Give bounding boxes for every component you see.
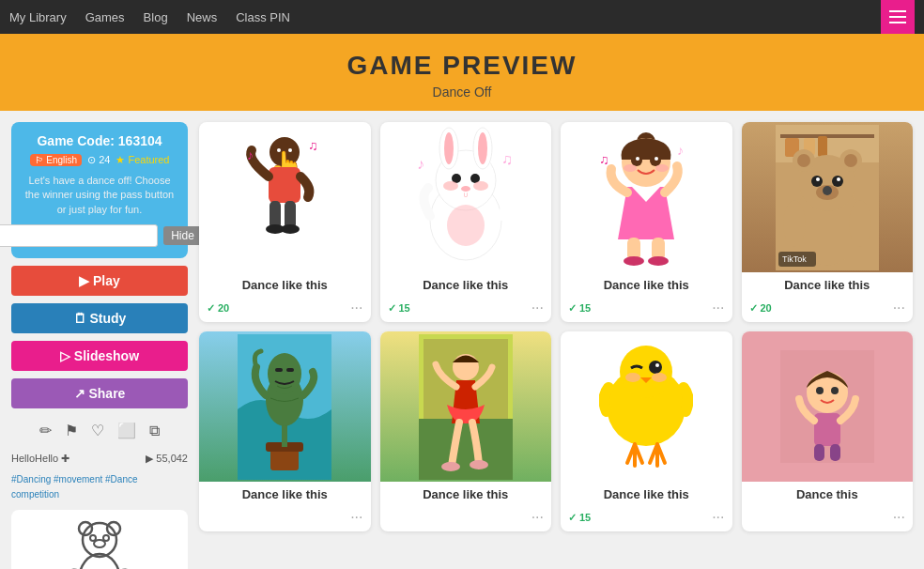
- author-name: HelloHello ✚: [11, 453, 69, 465]
- svg-rect-52: [818, 136, 827, 157]
- svg-point-82: [470, 460, 488, 469]
- page-title: Game Preview: [0, 51, 924, 81]
- bunny-svg: ∪ ♪ ♫: [409, 122, 522, 272]
- card-3-label: Dance like this: [561, 272, 732, 296]
- page-subtitle: Dance Off: [0, 85, 924, 100]
- nav-news[interactable]: News: [187, 10, 218, 24]
- hamburger-line: [889, 10, 906, 12]
- svg-rect-96: [830, 444, 840, 461]
- svg-point-87: [625, 373, 640, 382]
- card-6: Dance like this ✓ 0 ···: [380, 331, 552, 531]
- card-2: ∪ ♪ ♫ Dance like this ✓ 15 ·: [380, 122, 552, 322]
- nav-blog[interactable]: Blog: [144, 10, 168, 24]
- sidebar-preview: [11, 510, 188, 569]
- svg-text:♪: ♪: [417, 156, 424, 172]
- svg-point-58: [844, 154, 857, 167]
- svg-point-65: [783, 200, 806, 247]
- card-1-label: Dance like this: [199, 272, 371, 296]
- game-code-box: Game Code: 163104 🏳 English ⊙ 24 ★ Featu…: [11, 122, 188, 258]
- nav-games[interactable]: Games: [85, 10, 125, 24]
- svg-point-57: [797, 154, 810, 167]
- card-2-votes: ✓ 15: [388, 302, 410, 315]
- card-1-more[interactable]: ···: [350, 300, 362, 316]
- play-button[interactable]: ▶ Play: [11, 266, 188, 296]
- flag-tool-button[interactable]: ⚑: [61, 420, 82, 441]
- svg-rect-49: [780, 134, 874, 138]
- hamburger-line: [889, 16, 906, 18]
- badge-featured: ★ Featured: [116, 154, 169, 166]
- svg-point-91: [807, 372, 848, 413]
- card-3-votes: ✓ 15: [568, 302, 591, 315]
- svg-point-62: [837, 177, 840, 181]
- card-4-footer: ✓ 20 ···: [742, 296, 914, 322]
- card-7-more[interactable]: ···: [712, 509, 724, 526]
- edit-tool-button[interactable]: ✏: [36, 420, 55, 441]
- nav-class-pin[interactable]: Class PIN: [236, 10, 290, 24]
- bear-costume-svg: TikTok: [776, 125, 879, 270]
- check-icon-2: ✓: [388, 302, 396, 315]
- sidebar-tags: #Dancing #movement #Dance competition: [11, 472, 188, 502]
- card-1-footer: ✓ 20 ···: [199, 296, 371, 322]
- card-2-label: Dance like this: [380, 272, 552, 296]
- folder-tool-button[interactable]: ⬜: [114, 420, 140, 441]
- svg-rect-76: [286, 368, 294, 372]
- card-8-more[interactable]: ···: [893, 509, 905, 526]
- card-4-label: Dance like this: [742, 272, 914, 296]
- card-3: ♫ ♪ Dance like this ✓ 15 ···: [561, 122, 732, 322]
- card-8: Dance this ✓ 0 ···: [742, 331, 914, 531]
- card-2-more[interactable]: ···: [531, 300, 544, 316]
- svg-rect-95: [814, 444, 824, 461]
- hide-input[interactable]: [0, 224, 158, 247]
- game-code-description: Let's have a dance off! Choose the winne…: [23, 174, 177, 217]
- card-4: TikTok Dance like this ✓ 20 ···: [742, 122, 914, 322]
- svg-point-85: [649, 361, 662, 374]
- copy-tool-button[interactable]: ⧉: [146, 420, 163, 441]
- study-button[interactable]: 🗒 Study: [11, 303, 188, 333]
- card-4-more[interactable]: ···: [893, 300, 905, 316]
- card-3-more[interactable]: ···: [712, 300, 724, 316]
- card-2-image: ∪ ♪ ♫: [380, 122, 552, 272]
- card-6-more[interactable]: ···: [531, 509, 544, 526]
- share-button[interactable]: ↗ Share: [11, 378, 188, 408]
- card-4-votes: ✓ 20: [749, 302, 772, 315]
- sidebar-tools: ✏ ⚑ ♡ ⬜ ⧉: [11, 416, 188, 445]
- card-2-footer: ✓ 15 ···: [380, 296, 552, 322]
- svg-point-61: [816, 177, 820, 181]
- hide-button[interactable]: Hide: [163, 226, 202, 245]
- svg-point-27: [473, 181, 488, 191]
- nav-my-library[interactable]: My Library: [9, 10, 67, 24]
- hamburger-line: [889, 22, 906, 23]
- svg-point-64: [823, 186, 832, 195]
- card-7-image: [561, 331, 732, 482]
- svg-text:♫: ♫: [308, 138, 318, 153]
- slideshow-button[interactable]: ▷ Slideshow: [11, 341, 188, 371]
- svg-point-35: [631, 155, 642, 166]
- svg-point-44: [648, 256, 669, 266]
- play-count: ▶ 55,042: [146, 453, 188, 465]
- dancing-person-svg: 👆 ♪ ♫: [238, 131, 331, 263]
- svg-point-36: [650, 155, 661, 166]
- svg-point-4: [103, 535, 109, 541]
- card-5-image: [199, 331, 371, 482]
- card-7-label: Dance like this: [561, 482, 732, 505]
- card-1-votes: ✓ 20: [207, 302, 229, 315]
- cards-grid: 👆 ♪ ♫ Dance li: [199, 122, 913, 569]
- svg-point-40: [655, 164, 669, 172]
- svg-point-86: [655, 363, 659, 367]
- card-6-footer: ✓ 0 ···: [380, 505, 552, 531]
- groot-svg: [238, 334, 331, 480]
- ballerina-svg: [419, 334, 513, 480]
- check-icon-3: ✓: [568, 302, 577, 315]
- card-7-footer: ✓ 15 ···: [561, 505, 732, 531]
- badge-count: ⊙ 24: [87, 154, 110, 166]
- svg-text:♪: ♪: [677, 143, 684, 158]
- check-icon-4: ✓: [749, 302, 758, 315]
- svg-point-26: [443, 181, 458, 191]
- card-5-footer: ✓ 0 ···: [199, 505, 371, 531]
- svg-rect-75: [275, 368, 283, 372]
- heart-tool-button[interactable]: ♡: [87, 420, 108, 441]
- nav-menu-button[interactable]: [881, 0, 915, 34]
- card-5-more[interactable]: ···: [350, 509, 362, 526]
- card-8-image: [742, 331, 914, 482]
- badge-english: 🏳 English: [30, 154, 83, 166]
